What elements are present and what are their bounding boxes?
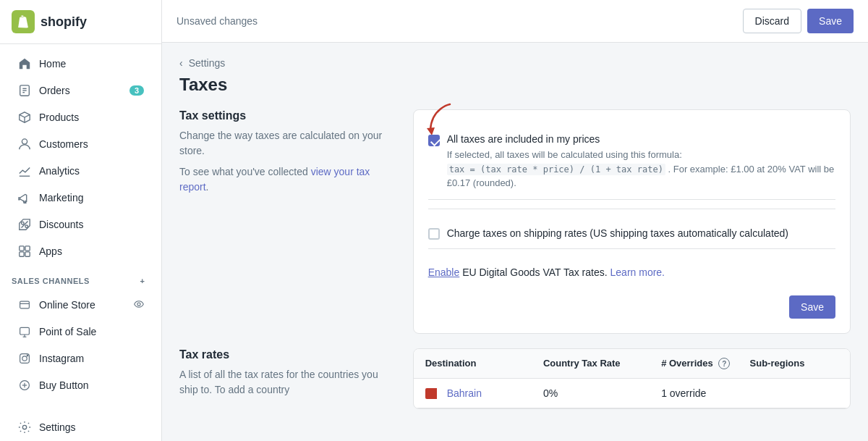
sidebar-item-products-label: Products — [39, 112, 79, 123]
tax-rates-section: Tax rates A list of all the tax rates fo… — [179, 348, 851, 410]
eu-goods-text: EU Digital Goods VAT Tax rates. — [462, 266, 608, 278]
breadcrumb: ‹ Settings — [179, 57, 851, 69]
unsaved-changes-text: Unsaved changes — [176, 15, 258, 27]
svg-point-11 — [25, 225, 28, 228]
tax-formula: tax = (tax rate * price) / (1 + tax rate… — [447, 164, 665, 175]
orders-icon — [17, 83, 32, 98]
svg-rect-18 — [20, 301, 30, 308]
shopify-logo-icon — [12, 10, 35, 33]
shipping-taxes-checkbox[interactable] — [428, 228, 440, 240]
settings-icon — [17, 420, 32, 434]
sidebar-item-settings[interactable]: Settings — [6, 414, 156, 440]
tax-report-text: To see what you've collected view your t… — [179, 164, 399, 195]
buy-button-icon — [17, 378, 32, 392]
tax-settings-description: Change the way taxes are calculated on y… — [179, 128, 399, 159]
apps-icon — [17, 244, 32, 259]
content-area: ‹ Settings Taxes Tax settings Change the… — [162, 43, 868, 441]
sidebar-item-home-label: Home — [39, 58, 66, 70]
marketing-icon — [17, 190, 32, 205]
sidebar-item-discounts[interactable]: Discounts — [6, 211, 156, 238]
breadcrumb-arrow-icon: ‹ — [179, 57, 183, 69]
tax-settings-section: Tax settings Change the way taxes are ca… — [179, 109, 851, 334]
tax-rates-title: Tax rates — [179, 348, 399, 361]
overrides-help-icon[interactable]: ? — [718, 358, 730, 369]
table-row: Bahrain 0% 1 override — [414, 379, 850, 408]
learn-more-link[interactable]: Learn more. — [610, 266, 665, 278]
tax-settings-card: All taxes are included in my prices If s… — [413, 109, 851, 334]
col-overrides: # Overrides ? — [661, 358, 749, 370]
svg-point-10 — [22, 222, 25, 224]
include-taxes-row: All taxes are included in my prices If s… — [428, 125, 835, 200]
save-button-top[interactable]: Save — [807, 9, 854, 33]
bahrain-tax-rate: 0% — [543, 387, 661, 399]
sidebar: shopify Home Orders 3 Products — [0, 0, 162, 441]
page-title: Taxes — [179, 75, 851, 95]
sidebar-item-instagram[interactable]: Instagram — [6, 345, 156, 371]
add-sales-channel-button[interactable]: + — [135, 274, 150, 288]
analytics-icon — [17, 164, 32, 178]
topbar: Unsaved changes Discard Save — [162, 0, 868, 43]
sidebar-item-buy-button-label: Buy Button — [39, 379, 144, 391]
sales-channels-label: SALES CHANNELS — [12, 277, 90, 285]
svg-rect-21 — [20, 327, 30, 335]
sidebar-item-point-of-sale[interactable]: Point of Sale — [6, 319, 156, 345]
sidebar-logo: shopify — [0, 0, 161, 44]
sidebar-item-orders[interactable]: Orders 3 — [6, 77, 156, 104]
sidebar-item-online-store[interactable]: Online Store — [6, 292, 156, 318]
sidebar-item-instagram-label: Instagram — [39, 353, 144, 364]
save-button-card[interactable]: Save — [789, 295, 835, 319]
point-of-sale-icon — [17, 324, 32, 339]
sidebar-item-analytics[interactable]: Analytics — [6, 158, 156, 184]
instagram-icon — [17, 351, 32, 366]
shipping-taxes-row: Charge taxes on shipping rates (US shipp… — [428, 218, 835, 249]
view-report-prefix: To see what you've collected — [179, 166, 308, 177]
svg-rect-15 — [25, 246, 30, 251]
customers-icon — [17, 137, 32, 151]
sidebar-item-apps[interactable]: Apps — [6, 238, 156, 264]
bahrain-name: Bahrain — [447, 387, 482, 399]
sidebar-item-marketing[interactable]: Marketing — [6, 185, 156, 211]
sidebar-item-discounts-label: Discounts — [39, 219, 83, 230]
sidebar-item-online-store-label: Online Store — [39, 299, 127, 311]
bahrain-link[interactable]: Bahrain — [425, 387, 543, 399]
sidebar-item-analytics-label: Analytics — [39, 165, 80, 177]
discard-button[interactable]: Discard — [743, 9, 801, 33]
shipping-taxes-label: Charge taxes on shipping rates (US shipp… — [447, 227, 788, 239]
svg-line-7 — [25, 114, 30, 117]
svg-point-23 — [22, 356, 27, 361]
include-taxes-text: All taxes are included in my prices If s… — [447, 133, 835, 190]
card-footer: Save — [428, 295, 835, 319]
sidebar-item-customers[interactable]: Customers — [6, 131, 156, 157]
sidebar-nav: Home Orders 3 Products Customers — [0, 44, 161, 413]
include-taxes-description: If selected, all taxes will be calculate… — [447, 148, 835, 190]
discounts-icon — [17, 217, 32, 232]
include-taxes-checkbox[interactable] — [428, 135, 440, 146]
sidebar-item-products[interactable]: Products — [6, 104, 156, 130]
online-store-eye-icon — [134, 299, 144, 311]
breadcrumb-settings-link[interactable]: Settings — [189, 57, 226, 69]
tax-rates-grid: Tax rates A list of all the tax rates fo… — [179, 348, 851, 410]
enable-eu-row: Enable EU Digital Goods VAT Tax rates. L… — [428, 258, 835, 287]
sidebar-item-buy-button[interactable]: Buy Button — [6, 372, 156, 398]
home-icon — [17, 56, 32, 71]
svg-point-28 — [22, 425, 26, 429]
svg-point-24 — [27, 355, 28, 356]
sidebar-item-marketing-label: Marketing — [39, 192, 83, 203]
sidebar-item-home[interactable]: Home — [6, 51, 156, 77]
bahrain-overrides: 1 override — [661, 387, 749, 399]
sidebar-item-point-of-sale-label: Point of Sale — [39, 326, 144, 337]
svg-line-6 — [20, 114, 25, 117]
svg-rect-14 — [20, 246, 24, 251]
tax-rates-info: Tax rates A list of all the tax rates fo… — [179, 348, 399, 410]
svg-point-8 — [22, 139, 27, 144]
tax-rates-table: Destination Country Tax Rate # Overrides… — [413, 348, 851, 410]
tax-rates-description: A list of all the tax rates for the coun… — [179, 367, 399, 398]
col-destination: Destination — [425, 358, 543, 370]
svg-rect-17 — [25, 252, 30, 256]
col-sub-regions: Sub-regions — [750, 358, 838, 370]
products-icon — [17, 110, 32, 125]
topbar-actions: Discard Save — [743, 9, 854, 33]
enable-eu-link[interactable]: Enable — [428, 266, 460, 278]
logo-text: shopify — [41, 14, 87, 30]
tax-settings-info: Tax settings Change the way taxes are ca… — [179, 109, 399, 334]
